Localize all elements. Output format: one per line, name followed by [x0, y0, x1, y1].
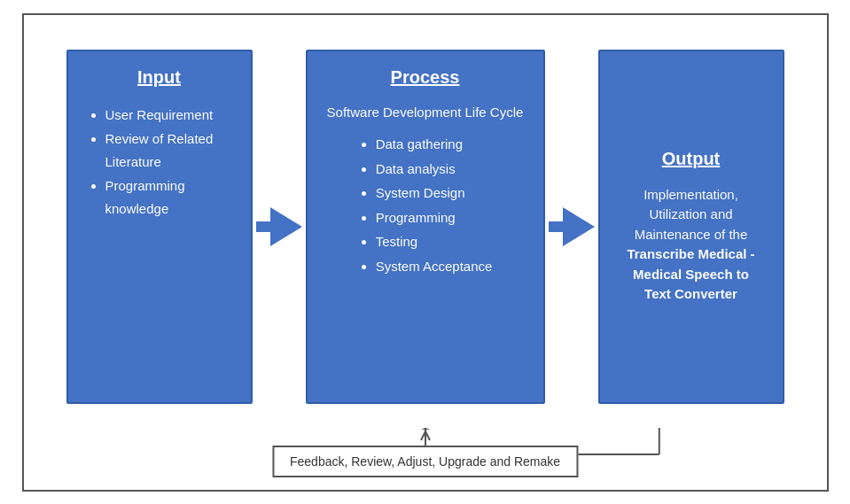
arrow-2 — [545, 207, 598, 246]
feedback-box: Feedback, Review, Adjust, Upgrade and Re… — [272, 446, 578, 477]
diagram-container: Input User Requirement Review of Related… — [22, 13, 829, 492]
process-item-4: Programming — [376, 206, 493, 229]
arrow-1 — [253, 207, 306, 246]
input-box: Input User Requirement Review of Related… — [66, 50, 253, 404]
feedback-row: Feedback, Review, Adjust, Upgrade and Re… — [42, 428, 809, 481]
process-item-2: Data analysis — [376, 158, 493, 181]
process-heading: Process — [327, 67, 524, 88]
process-box: Process Software Development Life Cycle … — [306, 50, 545, 404]
process-item-5: Testing — [376, 230, 493, 253]
input-item-1: User Requirement — [105, 104, 231, 127]
svg-marker-3 — [421, 428, 430, 430]
feedback-label: Feedback, Review, Adjust, Upgrade and Re… — [290, 454, 560, 469]
process-list: Data gathering Data analysis System Desi… — [358, 133, 493, 279]
output-text: Implementation, Utilization and Maintena… — [620, 185, 763, 305]
input-item-3: Programming knowledge — [105, 174, 231, 220]
input-heading: Input — [88, 67, 231, 88]
process-subtitle: Software Development Life Cycle — [327, 104, 524, 121]
input-list: User Requirement Review of Related Liter… — [88, 104, 231, 222]
output-box: Output Implementation, Utilization and M… — [598, 50, 784, 404]
output-text-normal: Implementation, Utilization and Maintena… — [635, 187, 748, 242]
input-item-2: Review of Related Literature — [105, 128, 231, 173]
process-item-1: Data gathering — [376, 133, 493, 156]
output-text-bold: Transcribe Medical - Medical Speech to T… — [627, 246, 754, 301]
process-item-3: System Design — [376, 182, 493, 205]
process-item-6: System Acceptance — [376, 255, 493, 278]
output-heading: Output — [620, 149, 763, 169]
main-row: Input User Requirement Review of Related… — [42, 31, 809, 423]
